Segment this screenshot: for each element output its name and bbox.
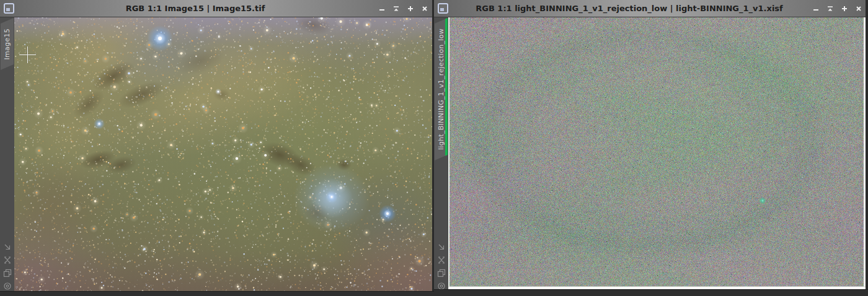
fit-view-icon[interactable] <box>437 256 446 264</box>
track-view-icon[interactable] <box>3 282 12 290</box>
window-sizer-icon[interactable] <box>438 3 448 14</box>
close-button[interactable] <box>854 4 863 13</box>
shade-button[interactable] <box>826 4 835 13</box>
window-title: RGB 1:1 light_BINNING_1_v1_rejection_low… <box>459 0 800 17</box>
titlebar-image15[interactable]: RGB 1:1 Image15 | Image15.tif <box>0 0 434 17</box>
view-tab-bar: Image15 <box>0 17 14 292</box>
view-tab-light-binning[interactable]: light_BINNING_1_v1_rejection_low <box>435 18 448 160</box>
image-window-light-binning: RGB 1:1 light_BINNING_1_v1_rejection_low… <box>434 0 868 296</box>
window-sizer-inner <box>440 8 444 11</box>
window-sizer-icon[interactable] <box>4 3 14 14</box>
pan-arrow-icon[interactable] <box>3 243 12 251</box>
view-tab-bar: light_BINNING_1_v1_rejection_low <box>434 17 448 292</box>
minimize-button[interactable] <box>378 4 386 13</box>
window-title: RGB 1:1 Image15 | Image15.tif <box>25 0 366 17</box>
view-tab-label: Image15 <box>3 28 11 60</box>
image-window-image15: RGB 1:1 Image15 | Image15.tif Image15 <box>0 0 434 296</box>
pixinsight-workspace: RGB 1:1 Image15 | Image15.tif Image15 <box>0 0 868 296</box>
noise-image-canvas[interactable] <box>448 17 866 290</box>
window-border <box>434 289 868 296</box>
window-sizer-inner <box>6 8 10 11</box>
fit-view-icon[interactable] <box>3 256 12 264</box>
view-tab-image15[interactable]: Image15 <box>1 18 14 70</box>
view-tab-label: light_BINNING_1_v1_rejection_low <box>437 28 445 150</box>
duplicate-view-icon[interactable] <box>437 269 446 277</box>
nebula-image-canvas[interactable] <box>14 17 432 292</box>
minimize-button[interactable] <box>812 4 820 13</box>
window-buttons <box>812 0 863 17</box>
window-border <box>866 0 868 296</box>
zoom-button[interactable] <box>840 4 849 13</box>
close-button[interactable] <box>420 4 429 13</box>
pan-arrow-icon[interactable] <box>437 243 446 251</box>
window-buttons <box>378 0 429 17</box>
titlebar-light-binning[interactable]: RGB 1:1 light_BINNING_1_v1_rejection_low… <box>434 0 868 17</box>
view-mode-icons <box>434 243 448 290</box>
duplicate-view-icon[interactable] <box>3 269 12 277</box>
active-view-stripe <box>445 18 448 160</box>
window-border <box>0 291 434 296</box>
zoom-button[interactable] <box>406 4 415 13</box>
view-mode-icons <box>0 243 14 290</box>
shade-button[interactable] <box>392 4 401 13</box>
